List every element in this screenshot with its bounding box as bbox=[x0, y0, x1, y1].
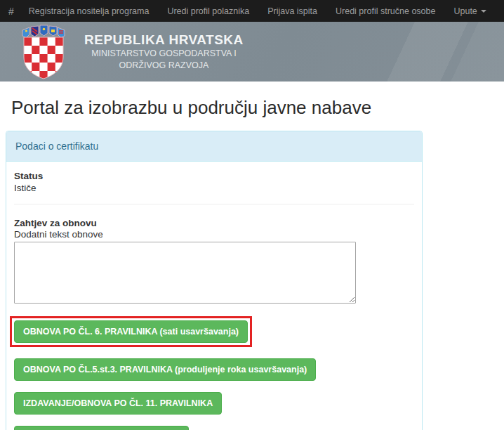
nav-item-prijava-ispita[interactable]: Prijava ispita bbox=[258, 0, 326, 22]
obnova-cl5-st3-button[interactable]: OBNOVA PO ČL.5.st.3. PRAVILNIKA (produlj… bbox=[14, 358, 316, 381]
click-highlight-annotation: OBNOVA PO ČL. 6. PRAVILNIKA (sati usavrš… bbox=[10, 316, 252, 347]
croatia-coat-of-arms-icon bbox=[21, 25, 66, 79]
panel-body: Status Ističe Zahtjev za obnovu Dodatni … bbox=[6, 162, 422, 430]
caret-down-icon bbox=[481, 10, 486, 13]
republic-title: REPUBLIKA HRVATSKA bbox=[84, 32, 244, 48]
izdavanje-obnova-cl11-button[interactable]: IZDAVANJE/OBNOVA PO ČL. 11. PRAVILNIKA bbox=[14, 392, 222, 415]
nav-item-label: Registracija nositelja programa bbox=[29, 6, 150, 16]
button-row: OBNOVA PO ČL. 28.st.2. PRAVILNIKA bbox=[14, 426, 414, 430]
renewal-comment-textarea[interactable] bbox=[14, 242, 356, 304]
nav-item-label: Uredi profil polaznika bbox=[167, 6, 249, 16]
button-row: OBNOVA PO ČL.5.st.3. PRAVILNIKA (produlj… bbox=[14, 358, 414, 381]
status-label: Status bbox=[14, 171, 414, 181]
nav-item-label: Uredi profil stručne osobe bbox=[336, 6, 435, 16]
button-row: IZDAVANJE/OBNOVA PO ČL. 11. PRAVILNIKA bbox=[14, 392, 414, 415]
nav-item-label: Upute bbox=[453, 6, 477, 16]
nav-item-label: Prijava ispita bbox=[267, 6, 317, 16]
nav-item-registri-dropdown[interactable]: Registri bbox=[496, 0, 504, 22]
ministry-subtitle-line2: ODRŽIVOG RAZVOJA bbox=[84, 60, 244, 72]
renewal-request-label: Zahtjev za obnovu bbox=[14, 218, 414, 228]
section-divider bbox=[14, 204, 414, 204]
panel-heading: Podaci o certifikatu bbox=[6, 131, 422, 162]
page-title: Portal za izobrazbu u području javne nab… bbox=[11, 97, 504, 119]
nav-item-registracija-nositelja[interactable]: Registracija nositelja programa bbox=[20, 0, 159, 22]
navbar-brand-hash[interactable]: # bbox=[7, 6, 20, 17]
renewal-text-label: Dodatni tekst obnove bbox=[14, 229, 414, 240]
button-row: OBNOVA PO ČL. 6. PRAVILNIKA (sati usavrš… bbox=[14, 311, 414, 347]
ministry-subtitle-line1: MINISTARSTVO GOSPODARSTVA I bbox=[84, 48, 244, 60]
nav-item-uredi-profil-polaznika[interactable]: Uredi profil polaznika bbox=[158, 0, 258, 22]
top-navbar: # Registracija nositelja programa Uredi … bbox=[0, 0, 504, 22]
status-value: Ističe bbox=[14, 183, 414, 193]
nav-item-upute-dropdown[interactable]: Upute bbox=[444, 0, 495, 22]
certificate-panel: Podaci o certifikatu Status Ističe Zahtj… bbox=[6, 131, 423, 430]
government-masthead: REPUBLIKA HRVATSKA MINISTARSTVO GOSPODAR… bbox=[0, 22, 504, 82]
masthead-text: REPUBLIKA HRVATSKA MINISTARSTVO GOSPODAR… bbox=[84, 32, 244, 72]
nav-item-uredi-profil-strucne-osobe[interactable]: Uredi profil stručne osobe bbox=[326, 0, 444, 22]
obnova-cl28-st2-button[interactable]: OBNOVA PO ČL. 28.st.2. PRAVILNIKA bbox=[14, 426, 189, 430]
obnova-cl6-button[interactable]: OBNOVA PO ČL. 6. PRAVILNIKA (sati usavrš… bbox=[14, 320, 248, 343]
